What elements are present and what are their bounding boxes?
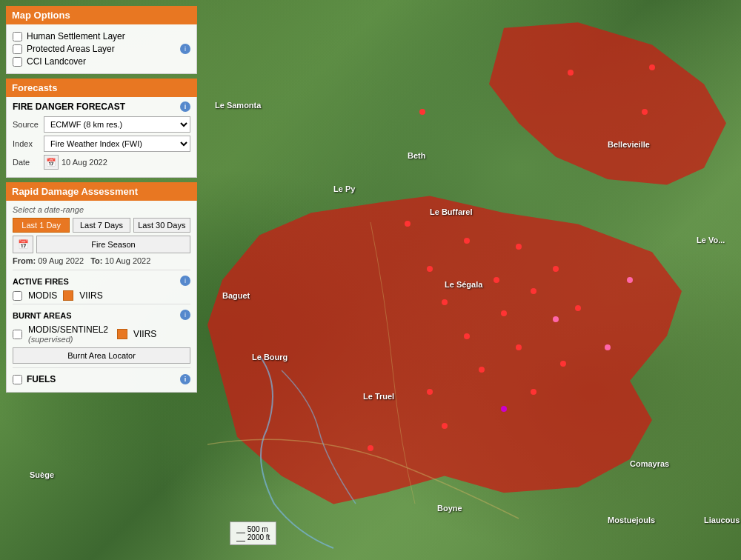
- fire-dot: [553, 266, 559, 272]
- season-btn-row: 📅 Fire Season: [13, 236, 190, 253]
- burnt-modis-row: MODIS/SENTINEL2 (supervised) VIIRS: [13, 324, 190, 344]
- fire-dot: [575, 305, 581, 311]
- human-settlement-row: Human Settlement Layer: [13, 31, 190, 41]
- fuels-row: FUELS i: [13, 371, 190, 387]
- divider-1: [13, 270, 190, 270]
- fire-danger-title: FIRE DANGER FORECAST: [13, 101, 125, 112]
- burnt-modis-sub: (supervised): [28, 335, 108, 344]
- fuels-info-icon[interactable]: i: [180, 374, 190, 384]
- fire-dot: [368, 445, 373, 451]
- date-picker-row: 📅 10 Aug 2022: [44, 155, 190, 170]
- fire-dot: [464, 333, 470, 339]
- burnt-area-locator-btn[interactable]: Burnt Area Locator: [13, 347, 190, 364]
- protected-areas-label: Protected Areas Layer: [27, 44, 115, 54]
- fire-dot: [442, 423, 448, 429]
- burnt-viirs-orange-check: [117, 329, 127, 339]
- rda-body: Select a date-range Last 1 Day Last 7 Da…: [6, 201, 197, 393]
- source-select[interactable]: ECMWF (8 km res.): [44, 116, 190, 133]
- protected-areas-info-icon[interactable]: i: [180, 44, 190, 54]
- fire-season-btn[interactable]: Fire Season: [36, 236, 190, 253]
- left-panel: Map Options Human Settlement Layer Prote…: [6, 6, 197, 393]
- rda-header[interactable]: Rapid Damage Assessment: [6, 182, 197, 201]
- fire-dot: [427, 389, 433, 395]
- fuels-checkbox[interactable]: [13, 375, 22, 384]
- protected-areas-row: Protected Areas Layer i: [13, 44, 190, 54]
- date-label: Date: [13, 158, 44, 167]
- fire-dot: [531, 389, 536, 395]
- date-range-display: From: 09 Aug 2022 To: 10 Aug 2022: [13, 256, 190, 265]
- last-30-days-btn[interactable]: Last 30 Days: [133, 218, 190, 233]
- burnt-modis-checkbox[interactable]: [13, 330, 22, 339]
- fire-dot: [553, 316, 559, 322]
- fire-dot: [627, 277, 633, 283]
- source-row: Source ECMWF (8 km res.): [13, 116, 190, 133]
- fire-dot: [642, 109, 648, 115]
- burnt-areas-title: BURNT AREAS: [13, 311, 72, 320]
- active-fires-title: ACTIVE FIRES: [13, 277, 69, 286]
- fuels-title: FUELS: [27, 374, 56, 384]
- fire-dot: [442, 299, 448, 305]
- active-fires-info-icon[interactable]: i: [180, 276, 190, 286]
- modis-checkbox[interactable]: [13, 291, 22, 301]
- map-options-header[interactable]: Map Options: [6, 6, 197, 24]
- protected-areas-checkbox[interactable]: [13, 44, 22, 54]
- rda-select-label: Select a date-range: [13, 205, 190, 214]
- human-settlement-label: Human Settlement Layer: [27, 31, 125, 41]
- fire-dot: [501, 310, 507, 316]
- fire-dot: [464, 238, 470, 244]
- fire-dot: [568, 70, 574, 76]
- to-label: To:: [90, 256, 102, 265]
- fire-danger-info-icon[interactable]: i: [180, 101, 190, 112]
- fire-dot: [501, 406, 507, 412]
- scale-bar: ⎯⎯ 500 m ⎯⎯ 2000 ft: [230, 521, 276, 545]
- active-fires-header: ACTIVE FIRES i: [13, 273, 190, 288]
- burnt-viirs-label: VIIRS: [133, 329, 156, 339]
- fire-dot: [479, 367, 485, 373]
- fire-dot: [649, 64, 655, 70]
- divider-3: [13, 367, 190, 368]
- fire-dot: [531, 288, 536, 294]
- date-range-buttons: Last 1 Day Last 7 Days Last 30 Days: [13, 218, 190, 233]
- index-label: Index: [13, 139, 44, 148]
- date-value: 10 Aug 2022: [62, 158, 107, 167]
- human-settlement-checkbox[interactable]: [13, 32, 22, 41]
- viirs-label: VIIRS: [79, 290, 102, 301]
- last-1-day-btn[interactable]: Last 1 Day: [13, 218, 70, 233]
- forecasts-body: FIRE DANGER FORECAST i Source ECMWF (8 k…: [6, 97, 197, 178]
- index-row: Index Fire Weather Index (FWI): [13, 136, 190, 152]
- rda-calendar-icon[interactable]: 📅: [13, 236, 33, 253]
- fire-dot: [419, 109, 425, 115]
- viirs-orange-check: [63, 290, 73, 301]
- fire-dot: [560, 361, 566, 367]
- fire-dot: [605, 344, 611, 350]
- fire-dot: [427, 266, 433, 272]
- modis-row: MODIS VIIRS: [13, 290, 190, 301]
- map-options-body: Human Settlement Layer Protected Areas L…: [6, 24, 197, 74]
- modis-label: MODIS: [28, 290, 57, 301]
- divider-2: [13, 304, 190, 304]
- date-row: Date 📅 10 Aug 2022: [13, 155, 190, 170]
- cci-landcover-row: CCI Landcover: [13, 56, 190, 67]
- index-select[interactable]: Fire Weather Index (FWI): [44, 136, 190, 152]
- cci-landcover-checkbox[interactable]: [13, 57, 22, 67]
- fire-danger-title-row: FIRE DANGER FORECAST i: [13, 101, 190, 112]
- burnt-areas-header: BURNT AREAS i: [13, 307, 190, 322]
- cci-landcover-label: CCI Landcover: [27, 56, 86, 67]
- scale-meters: 500 m: [247, 525, 268, 533]
- source-label: Source: [13, 120, 44, 129]
- last-7-days-btn[interactable]: Last 7 Days: [73, 218, 130, 233]
- calendar-icon[interactable]: 📅: [44, 155, 59, 170]
- from-label: From:: [13, 256, 36, 265]
- from-date: 09 Aug 2022: [38, 256, 84, 265]
- burnt-modis-label: MODIS/SENTINEL2: [28, 324, 108, 335]
- to-date: 10 Aug 2022: [105, 256, 151, 265]
- fire-dot: [516, 244, 522, 250]
- forecasts-header[interactable]: Forecasts: [6, 79, 197, 97]
- fire-dot: [494, 277, 499, 283]
- fire-dot: [516, 344, 522, 350]
- fire-dot: [405, 221, 411, 227]
- burnt-areas-info-icon[interactable]: i: [180, 310, 190, 320]
- scale-feet: 2000 ft: [247, 533, 270, 541]
